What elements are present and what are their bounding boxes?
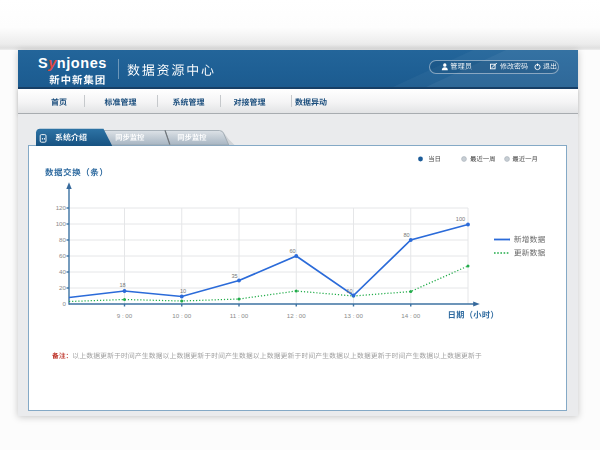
svg-text:60: 60 xyxy=(289,248,295,254)
svg-text:18: 18 xyxy=(119,282,125,288)
svg-text:10 : 00: 10 : 00 xyxy=(172,312,191,319)
svg-text:40: 40 xyxy=(59,268,66,275)
svg-text:35: 35 xyxy=(231,273,237,279)
svg-text:11 : 00: 11 : 00 xyxy=(230,312,249,319)
svg-text:12 : 00: 12 : 00 xyxy=(287,312,306,319)
svg-text:120: 120 xyxy=(56,204,67,211)
svg-text:80: 80 xyxy=(59,236,66,243)
svg-text:9 : 00: 9 : 00 xyxy=(117,312,133,319)
svg-text:60: 60 xyxy=(59,252,66,259)
svg-text:14 : 00: 14 : 00 xyxy=(401,312,420,319)
svg-text:100: 100 xyxy=(456,216,465,222)
svg-text:10: 10 xyxy=(180,288,186,294)
svg-text:13 : 00: 13 : 00 xyxy=(344,312,363,319)
svg-text:20: 20 xyxy=(59,284,66,291)
svg-text:10: 10 xyxy=(346,288,352,294)
svg-text:100: 100 xyxy=(56,220,67,227)
svg-text:0: 0 xyxy=(63,300,67,307)
svg-text:80: 80 xyxy=(403,232,409,238)
